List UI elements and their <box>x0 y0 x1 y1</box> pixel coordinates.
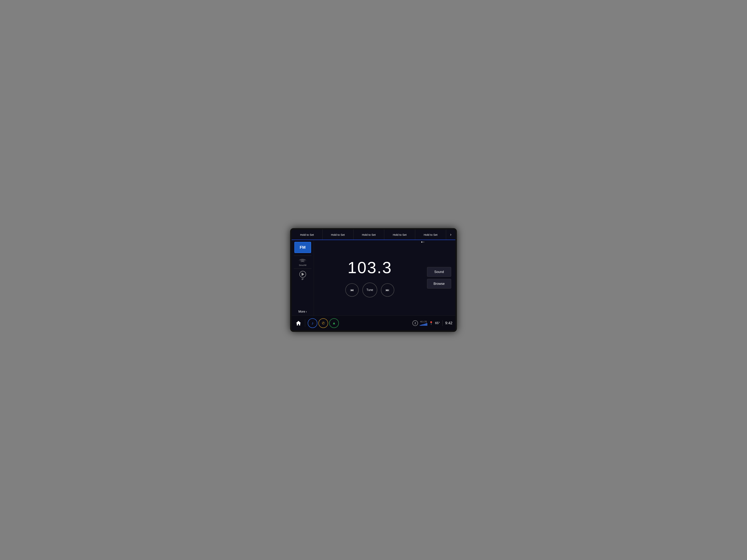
right-buttons: Sound Browse <box>426 240 455 316</box>
preset-bar: Hold to Set Hold to Set Hold to Set Hold… <box>292 230 455 240</box>
indicator-dots <box>421 241 424 243</box>
main-area: FM SiriusXM iP More › <box>292 240 455 316</box>
temperature-display: 65° <box>435 321 440 325</box>
wave-inner <box>301 261 304 263</box>
phone-icon: ✆ <box>322 321 325 325</box>
browse-label: Browse <box>434 282 445 286</box>
more-button[interactable]: More › <box>299 310 307 313</box>
fm-button[interactable]: FM <box>294 242 311 253</box>
ip-play-icon <box>302 273 304 276</box>
home-icon <box>296 321 301 326</box>
ip-button[interactable]: iP <box>300 270 306 282</box>
nav-bar-divider <box>442 320 443 326</box>
siriusxm-label: SiriusXM <box>299 264 306 266</box>
ip-label: iP <box>302 278 304 281</box>
notification-badge: 2 <box>412 320 418 326</box>
tune-label: Tune <box>366 288 373 292</box>
music-button[interactable]: ♪ <box>308 318 317 328</box>
nav-left: ♪ ✆ ▲ <box>294 318 339 328</box>
signal-bar-5 <box>425 323 426 326</box>
rewind-button[interactable]: ⏮ <box>345 283 359 297</box>
sidebar: FM SiriusXM iP More › <box>292 240 314 316</box>
svg-marker-0 <box>296 321 301 325</box>
signal-bar-1 <box>420 325 421 326</box>
sidebar-divider-2 <box>294 268 311 269</box>
rewind-icon: ⏮ <box>350 288 354 292</box>
preset-button-1[interactable]: Hold to Set <box>292 230 323 240</box>
signal-bars <box>420 323 427 326</box>
badge-count: 2 <box>414 322 416 325</box>
preset-next-button[interactable]: › <box>446 230 455 240</box>
dot-1 <box>421 241 422 243</box>
sound-button[interactable]: Sound <box>427 267 451 277</box>
preset-button-3[interactable]: Hold to Set <box>354 230 384 240</box>
more-label: More <box>299 310 305 313</box>
sidebar-divider-1 <box>294 256 311 256</box>
siriusxm-button[interactable]: SiriusXM <box>299 257 306 267</box>
preset-button-2[interactable]: Hold to Set <box>323 230 354 240</box>
preset-button-5[interactable]: Hold to Set <box>415 230 446 240</box>
forward-button[interactable]: ⏭ <box>381 283 394 297</box>
tune-button[interactable]: Tune <box>362 283 377 297</box>
sound-label: Sound <box>434 270 444 274</box>
more-chevron-icon: › <box>306 310 307 313</box>
signal-bar-4 <box>424 324 424 326</box>
music-icon: ♪ <box>312 321 314 325</box>
ip-icon <box>300 271 306 277</box>
nav-bar: ♪ ✆ ▲ 2 4G LTE <box>292 316 455 330</box>
infotainment-screen: Hold to Set Hold to Set Hold to Set Hold… <box>290 228 457 332</box>
preset-button-4[interactable]: Hold to Set <box>384 230 415 240</box>
navigation-icon: ▲ <box>332 321 336 325</box>
navigation-button[interactable]: ▲ <box>329 318 339 328</box>
forward-icon: ⏭ <box>386 288 389 292</box>
location-icon: 📍 <box>429 321 433 325</box>
network-label: 4G LTE <box>420 321 427 323</box>
phone-button[interactable]: ✆ <box>318 318 328 328</box>
dot-2 <box>423 241 424 243</box>
signal-bar-3 <box>422 324 423 326</box>
siriusxm-icon <box>299 258 306 264</box>
signal-bar-2 <box>421 325 422 326</box>
signal-area: 4G LTE <box>420 321 427 326</box>
controls-row: ⏮ Tune ⏭ <box>345 283 394 297</box>
home-button[interactable] <box>294 319 302 327</box>
center-content: 103.3 ⏮ Tune ⏭ <box>314 240 426 316</box>
browse-button[interactable]: Browse <box>427 279 451 289</box>
nav-divider-1 <box>305 319 305 327</box>
frequency-display: 103.3 <box>347 258 392 277</box>
time-display: 9:42 <box>445 321 453 325</box>
nav-right: 2 4G LTE 📍 65° 9:42 <box>412 320 453 326</box>
fm-label: FM <box>300 245 306 250</box>
signal-bar-6 <box>426 323 427 326</box>
